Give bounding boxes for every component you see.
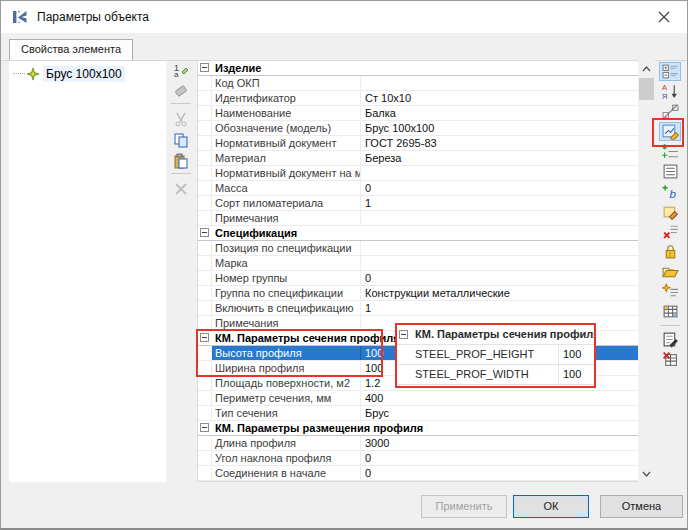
close-button[interactable]	[641, 1, 687, 33]
property-value[interactable]: Береза	[361, 151, 638, 165]
property-value[interactable]: Брус	[361, 406, 638, 420]
property-label: Примечания	[212, 211, 361, 225]
row-expander-cell[interactable]	[198, 226, 212, 240]
property-value[interactable]: Ст 10x10	[361, 91, 638, 105]
property-value[interactable]	[361, 166, 638, 180]
grid-property-row[interactable]: Марка	[198, 256, 638, 271]
tree-item-brus[interactable]: Брус 100x100	[9, 64, 166, 83]
collapse-minus-icon[interactable]	[200, 228, 209, 237]
property-value[interactable]: 1	[361, 196, 638, 210]
property-value[interactable]: Брус 100x100	[361, 121, 638, 135]
property-value[interactable]: 1	[361, 301, 638, 315]
scroll-down-icon[interactable]	[638, 465, 655, 482]
property-label: Масса	[212, 181, 361, 195]
paste-icon[interactable]	[171, 152, 191, 170]
property-label: Обозначение (модель)	[212, 121, 361, 135]
property-label: Нормативный документ	[212, 136, 361, 150]
tab-element-properties[interactable]: Свойства элемента	[9, 39, 133, 60]
property-value[interactable]: Конструкции металлические	[361, 286, 638, 300]
grid-property-row[interactable]: Периметр сечения, мм400	[198, 391, 638, 406]
rename-icon[interactable]: 1a	[171, 61, 191, 79]
sort-alphabetical-icon[interactable]: АЯ	[659, 82, 681, 101]
grid-property-row[interactable]: Масса0	[198, 181, 638, 196]
toolbar-divider	[171, 173, 191, 174]
row-expander-cell	[198, 301, 212, 315]
grid-property-row[interactable]: МатериалБереза	[198, 151, 638, 166]
property-value[interactable]: 0	[361, 451, 638, 465]
scroll-up-icon[interactable]	[638, 60, 655, 77]
row-expander-cell	[198, 466, 212, 480]
grid-property-row[interactable]: Включить в спецификацию1	[198, 301, 638, 316]
tag-icon[interactable]	[171, 82, 191, 100]
section-title: Спецификация	[212, 226, 638, 240]
property-label: Номер группы	[212, 271, 361, 285]
annotation-box-toolbar-icon	[652, 118, 684, 147]
grid-property-row[interactable]: Тип сеченияБрус	[198, 406, 638, 421]
grid-property-row[interactable]: Длина профиля3000	[198, 436, 638, 451]
lock-icon[interactable]: !	[659, 242, 681, 261]
collapse-minus-icon[interactable]	[200, 63, 209, 72]
grid-property-row[interactable]: Нормативный документ на материал	[198, 166, 638, 181]
delete-attribute-icon[interactable]	[659, 222, 681, 241]
grid-property-row[interactable]: Соединения в начале0	[198, 466, 638, 481]
grid-property-row[interactable]: Обозначение (модель)Брус 100x100	[198, 121, 638, 136]
grid-property-row[interactable]: ИдентификаторСт 10x10	[198, 91, 638, 106]
property-label: Площадь поверхности, м2	[212, 376, 361, 390]
categorized-view-icon[interactable]	[659, 62, 681, 81]
grid-property-row[interactable]: Позиция по спецификации	[198, 241, 638, 256]
property-value[interactable]: 0	[361, 271, 638, 285]
collapse-minus-icon	[399, 330, 408, 339]
kompas-app-icon	[11, 9, 29, 25]
svg-text:Я: Я	[662, 92, 667, 100]
grid-property-row[interactable]: Примечания	[198, 211, 638, 226]
grid-property-row[interactable]: Код ОКП	[198, 76, 638, 91]
property-value[interactable]: 0	[361, 181, 638, 195]
property-label: Периметр сечения, мм	[212, 391, 361, 405]
new-object-icon[interactable]	[659, 282, 681, 301]
cancel-button[interactable]: Отмена	[600, 495, 683, 518]
row-expander-cell[interactable]	[198, 61, 212, 75]
property-value[interactable]: 0	[361, 466, 638, 480]
property-value[interactable]	[361, 211, 638, 225]
row-expander-cell	[198, 211, 212, 225]
row-expander-cell[interactable]	[198, 421, 212, 435]
grid-section-row[interactable]: КМ. Параметры размещения профиля	[198, 421, 638, 436]
property-label: Нормативный документ на материал	[212, 166, 361, 180]
grid-section-row[interactable]: Изделие	[198, 61, 638, 76]
property-value[interactable]	[361, 256, 638, 270]
grid-section-row[interactable]: Спецификация	[198, 226, 638, 241]
delete-table-icon[interactable]	[659, 350, 681, 369]
row-expander-cell	[198, 241, 212, 255]
property-value[interactable]	[361, 241, 638, 255]
grid-property-row[interactable]: НаименованиеБалка	[198, 106, 638, 121]
delete-icon[interactable]	[171, 180, 191, 198]
scrollbar-thumb[interactable]	[639, 78, 654, 100]
annotation-box-section-rows	[196, 329, 383, 377]
add-attribute-icon[interactable]: b	[659, 182, 681, 201]
attributes-list-icon[interactable]	[659, 162, 681, 181]
property-value[interactable]: 3000	[361, 436, 638, 450]
property-label: Наименование	[212, 106, 361, 120]
property-value[interactable]: Балка	[361, 106, 638, 120]
grid-property-row[interactable]: Номер группы0	[198, 271, 638, 286]
cut-icon[interactable]	[171, 110, 191, 128]
property-grid: ИзделиеКод ОКПИдентификаторСт 10x10Наиме…	[197, 60, 638, 482]
property-value[interactable]: ГОСТ 2695-83	[361, 136, 638, 150]
ok-button[interactable]: ОК	[513, 495, 589, 518]
grid-property-row[interactable]: Группа по спецификацииКонструкции металл…	[198, 286, 638, 301]
apply-button[interactable]: Применить	[421, 495, 507, 518]
grid-property-row[interactable]: Сорт пиломатериала1	[198, 196, 638, 211]
collapse-minus-icon[interactable]	[200, 423, 209, 432]
property-value[interactable]	[361, 76, 638, 90]
element-star-icon	[26, 67, 40, 81]
edit-table-icon[interactable]	[659, 330, 681, 349]
library-icon[interactable]	[659, 262, 681, 281]
edit-attribute-icon[interactable]	[659, 202, 681, 221]
tab-strip: Свойства элемента	[1, 33, 687, 60]
insert-table-icon[interactable]	[659, 302, 681, 321]
property-value[interactable]: 400	[361, 391, 638, 405]
copy-icon[interactable]	[171, 131, 191, 149]
grid-property-row[interactable]: Нормативный документГОСТ 2695-83	[198, 136, 638, 151]
grid-property-row[interactable]: Угол наклона профиля0	[198, 451, 638, 466]
row-expander-cell	[198, 166, 212, 180]
